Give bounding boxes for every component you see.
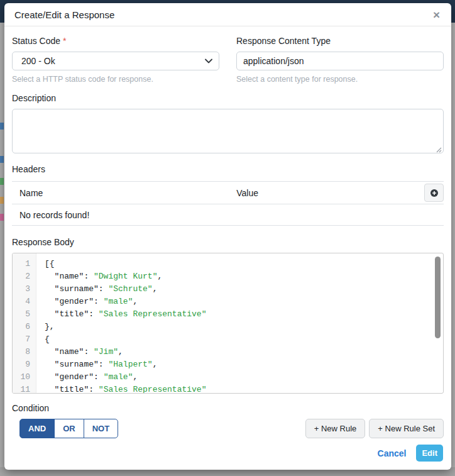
code-line: "gender": "male", xyxy=(45,371,443,384)
line-number: 11 xyxy=(13,384,30,394)
content-type-helper: Select a content type for response. xyxy=(236,75,444,84)
new-rule-set-button[interactable]: + New Rule Set xyxy=(369,419,444,438)
modal-body: Status Code * 200 - Ok Select a HTTP sta… xyxy=(4,26,451,445)
backdrop-artifact xyxy=(0,156,4,163)
modal-title: Create/Edit a Response xyxy=(14,9,114,20)
modal-header: Create/Edit a Response × xyxy=(4,3,451,26)
description-label: Description xyxy=(12,93,444,103)
code-line: "surname": "Halpert", xyxy=(45,358,443,371)
line-number: 7 xyxy=(13,333,30,346)
line-number: 4 xyxy=(13,296,30,308)
code-line: "name": "Jim", xyxy=(45,346,443,358)
required-asterisk: * xyxy=(63,36,66,46)
line-number: 8 xyxy=(13,346,30,358)
condition-builder: ANDORNOT + New Rule + New Rule Set xyxy=(12,419,444,438)
line-number: 1 xyxy=(13,258,30,270)
code-line: { xyxy=(45,333,443,346)
condition-operator-not[interactable]: NOT xyxy=(84,419,118,438)
response-body-editor[interactable]: 1234567891011 [{ "name": "Dwight Kurt", … xyxy=(12,253,444,394)
headers-col-value: Value xyxy=(236,188,424,198)
condition-operator-group: ANDORNOT xyxy=(19,419,118,438)
code-line: }, xyxy=(45,321,443,333)
content-type-input[interactable] xyxy=(236,52,444,70)
line-number: 5 xyxy=(13,308,30,321)
edit-button[interactable]: Edit xyxy=(416,445,443,462)
cancel-button[interactable]: Cancel xyxy=(378,448,407,458)
chevron-down-icon xyxy=(205,58,212,64)
editor-code: [{ "name": "Dwight Kurt", "surname": "Sc… xyxy=(36,253,443,393)
condition-operator-and[interactable]: AND xyxy=(19,419,55,438)
code-line: [{ xyxy=(45,258,443,270)
create-edit-response-modal: Create/Edit a Response × Status Code * 2… xyxy=(4,3,451,470)
line-number: 9 xyxy=(13,358,30,371)
status-code-value: 200 - Ok xyxy=(21,56,55,66)
code-line: "surname": "Schrute", xyxy=(45,283,443,296)
status-code-label: Status Code * xyxy=(12,36,219,46)
status-code-helper: Select a HTTP status code for response. xyxy=(12,75,219,84)
headers-label: Headers xyxy=(12,164,444,174)
backdrop-artifact xyxy=(0,178,4,185)
backdrop-artifact xyxy=(0,123,4,130)
status-code-label-text: Status Code xyxy=(12,36,60,46)
headers-table-header: Name Value xyxy=(12,181,444,204)
headers-table: Name Value No records found! xyxy=(12,181,444,226)
condition-label: Condition xyxy=(12,403,444,413)
content-type-label: Response Content Type xyxy=(236,36,444,46)
line-number: 2 xyxy=(13,270,30,283)
plus-circle-icon xyxy=(430,189,439,197)
editor-scrollbar-thumb[interactable] xyxy=(435,257,441,338)
editor-line-numbers: 1234567891011 xyxy=(13,253,36,393)
code-line: "title": "Sales Representative" xyxy=(45,384,443,394)
backdrop-page-edge xyxy=(451,23,455,476)
line-number: 10 xyxy=(13,371,30,384)
new-rule-button[interactable]: + New Rule xyxy=(305,419,366,438)
backdrop-artifact xyxy=(0,214,4,221)
line-number: 6 xyxy=(13,321,30,333)
status-code-select[interactable]: 200 - Ok xyxy=(12,52,219,70)
modal-footer: Cancel Edit xyxy=(4,445,451,470)
add-header-button[interactable] xyxy=(424,184,444,202)
headers-col-name: Name xyxy=(12,188,236,198)
code-line: "name": "Dwight Kurt", xyxy=(45,270,443,283)
line-number: 3 xyxy=(13,283,30,296)
headers-empty-row: No records found! xyxy=(12,204,444,226)
response-body-label: Response Body xyxy=(12,237,444,247)
code-line: "gender": "male", xyxy=(45,296,443,308)
backdrop-artifact xyxy=(0,197,4,204)
code-line: "title": "Sales Representative" xyxy=(45,308,443,321)
condition-operator-or[interactable]: OR xyxy=(54,419,84,438)
description-textarea[interactable] xyxy=(12,109,444,153)
close-icon[interactable]: × xyxy=(432,9,441,21)
